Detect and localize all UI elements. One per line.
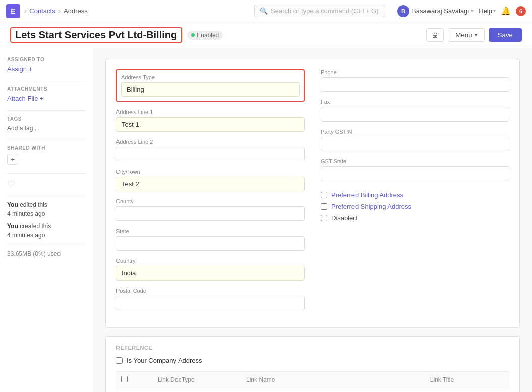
- country-group: Country: [116, 258, 305, 281]
- fax-label: Fax: [321, 99, 509, 105]
- table-row: 1 Customer Lets Start Services Pvt Ltd ▾: [116, 388, 509, 393]
- party-gstin-input[interactable]: [321, 137, 509, 151]
- th-action: [489, 372, 509, 388]
- phone-label: Phone: [321, 69, 509, 75]
- gst-state-label: GST State: [321, 158, 509, 164]
- country-label: Country: [116, 258, 305, 264]
- disabled-item: Disabled: [321, 214, 509, 222]
- th-checkbox: [116, 372, 133, 388]
- postal-code-input[interactable]: [116, 296, 305, 310]
- chevron-icon-2: ›: [58, 7, 61, 15]
- city-input[interactable]: [116, 177, 305, 191]
- th-num: [133, 372, 153, 388]
- page-header: Lets Start Services Pvt Ltd-Billing Enab…: [0, 22, 532, 48]
- gst-state-input[interactable]: [321, 166, 509, 181]
- address-line1-group: Address Line 1: [116, 109, 305, 132]
- state-input[interactable]: [116, 236, 305, 251]
- tags-section: TAGS Add a tag ...: [7, 116, 86, 132]
- title-section: Lets Start Services Pvt Ltd-Billing Enab…: [10, 27, 223, 43]
- phone-input[interactable]: [321, 77, 509, 92]
- fax-input[interactable]: [321, 107, 509, 122]
- company-address-checkbox[interactable]: [116, 357, 123, 364]
- address-line2-group: Address Line 2: [116, 139, 305, 161]
- activity2-name: You: [7, 222, 18, 230]
- search-bar[interactable]: 🔍 Search or type a command (Ctrl + G): [254, 5, 385, 17]
- page-title: Lets Start Services Pvt Ltd-Billing: [10, 27, 182, 43]
- th-link-doctype: Link DocType: [153, 372, 241, 388]
- gst-state-group: GST State: [321, 158, 509, 181]
- th-link-name: Link Name: [241, 372, 425, 388]
- preferred-shipping-checkbox[interactable]: [321, 203, 327, 210]
- status-badge: Enabled: [187, 31, 223, 40]
- address-type-label: Address Type: [121, 74, 300, 80]
- activity1-name: You: [7, 201, 18, 208]
- breadcrumb-contacts[interactable]: Contacts: [29, 7, 55, 15]
- storage-indicator: 33.65MB (0%) used: [7, 250, 86, 257]
- user-menu[interactable]: B Basawaraj Savalagi ▾: [397, 5, 474, 17]
- activity1-action: edited this: [20, 201, 47, 208]
- disabled-checkbox[interactable]: [321, 215, 327, 221]
- save-button[interactable]: Save: [489, 28, 522, 42]
- fax-group: Fax: [321, 99, 509, 122]
- share-button[interactable]: +: [7, 154, 18, 165]
- disabled-label[interactable]: Disabled: [331, 214, 357, 222]
- company-address-label[interactable]: Is Your Company Address: [127, 357, 202, 364]
- header-actions: 🖨 Menu ▾ Save: [426, 28, 522, 42]
- reference-section: REFERENCE Is Your Company Address Link D…: [105, 336, 520, 392]
- address-type-input[interactable]: [121, 82, 300, 97]
- preferred-billing-item: Preferred Billing Address: [321, 191, 509, 199]
- sidebar: ASSIGNED TO Assign + ATTACHMENTS Attach …: [0, 48, 93, 392]
- county-group: County: [116, 198, 305, 221]
- activity1-time: 4 minutes ago: [7, 210, 45, 217]
- favorite-icon[interactable]: ♡: [7, 179, 86, 190]
- search-icon: 🔍: [260, 7, 268, 15]
- app-icon[interactable]: E: [6, 4, 20, 18]
- link-doctype-cell: Customer: [153, 388, 241, 393]
- assign-button[interactable]: Assign +: [7, 65, 86, 73]
- county-input[interactable]: [116, 206, 305, 221]
- notification-bell[interactable]: 🔔: [501, 6, 511, 16]
- assigned-to-label: ASSIGNED TO: [7, 57, 86, 62]
- address-line2-label: Address Line 2: [116, 139, 305, 145]
- table-header-row: Link DocType Link Name Link Title: [116, 372, 509, 388]
- address-line1-label: Address Line 1: [116, 109, 305, 115]
- county-label: County: [116, 198, 305, 204]
- address-line1-input[interactable]: [116, 117, 305, 132]
- user-avatar: B: [397, 5, 409, 17]
- print-button[interactable]: 🖨: [426, 28, 444, 42]
- nav-right: B Basawaraj Savalagi ▾ Help ▾ 🔔 6: [397, 5, 526, 17]
- postal-code-group: Postal Code: [116, 288, 305, 310]
- help-menu[interactable]: Help ▾: [479, 7, 496, 15]
- row-checkbox-cell: [116, 388, 133, 393]
- attach-file-button[interactable]: Attach File +: [7, 95, 86, 102]
- reference-title: REFERENCE: [116, 345, 509, 351]
- form-right-column: Phone Fax Party GSTIN GST State: [321, 69, 509, 317]
- preferred-shipping-item: Preferred Shipping Address: [321, 203, 509, 210]
- address-type-group: Address Type: [116, 69, 305, 102]
- attachments-section: ATTACHMENTS Attach File +: [7, 86, 86, 102]
- activity-item-1: You edited this 4 minutes ago: [7, 200, 86, 218]
- party-gstin-label: Party GSTIN: [321, 129, 509, 135]
- breadcrumb-address: Address: [64, 7, 88, 15]
- top-nav: E › Contacts › Address 🔍 Search or type …: [0, 0, 532, 22]
- row-action-cell: ▾: [489, 388, 509, 393]
- address-line2-input[interactable]: [116, 147, 305, 161]
- link-title-cell: [425, 388, 489, 393]
- notification-badge: 6: [516, 6, 526, 16]
- menu-label: Menu: [455, 31, 472, 39]
- tags-input[interactable]: Add a tag ...: [7, 125, 86, 132]
- country-input[interactable]: [116, 266, 305, 281]
- select-all-checkbox[interactable]: [121, 376, 128, 382]
- th-link-title: Link Title: [425, 372, 489, 388]
- row-num: 1: [133, 388, 153, 393]
- help-chevron: ▾: [493, 8, 496, 14]
- username: Basawaraj Savalagi: [411, 7, 469, 15]
- status-text: Enabled: [197, 32, 219, 39]
- menu-button[interactable]: Menu ▾: [448, 28, 484, 42]
- main-layout: ASSIGNED TO Assign + ATTACHMENTS Attach …: [0, 48, 532, 392]
- preferred-billing-label[interactable]: Preferred Billing Address: [331, 191, 403, 199]
- link-name-cell[interactable]: Lets Start Services Pvt Ltd: [241, 388, 425, 393]
- assigned-to-section: ASSIGNED TO Assign +: [7, 57, 86, 73]
- preferred-billing-checkbox[interactable]: [321, 192, 327, 198]
- preferred-shipping-label[interactable]: Preferred Shipping Address: [331, 203, 411, 210]
